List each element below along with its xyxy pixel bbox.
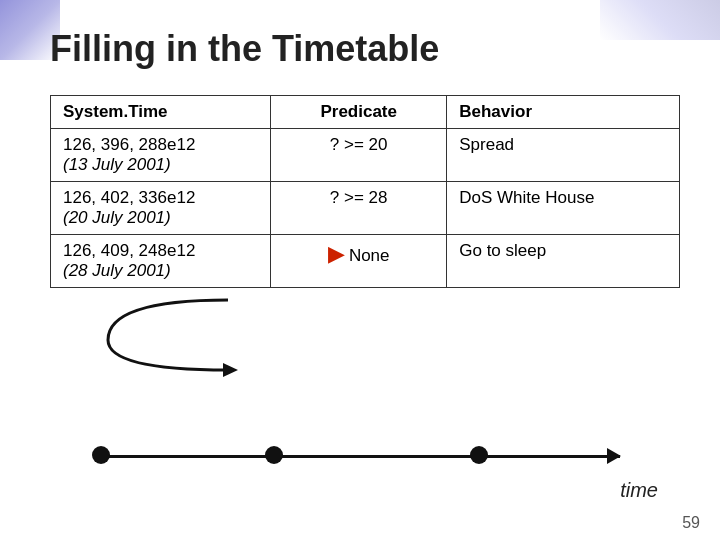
cell-system-3: 126, 409, 248e12 (28 July 2001) <box>51 235 271 288</box>
timeline-dot-3 <box>470 446 488 464</box>
time-label: time <box>620 479 658 502</box>
red-arrow-icon: ▶ <box>328 241 345 267</box>
cell-behavior-2: DoS White House <box>447 182 680 235</box>
page-number: 59 <box>682 514 700 532</box>
cell-predicate-3: ▶None <box>271 235 447 288</box>
corner-decoration-tr <box>600 0 720 40</box>
svg-marker-0 <box>223 363 238 377</box>
header-behavior: Behavior <box>447 96 680 129</box>
curve-arrow <box>68 295 288 380</box>
table-header-row: System.Time Predicate Behavior <box>51 96 680 129</box>
table-row: 126, 409, 248e12 (28 July 2001) ▶None Go… <box>51 235 680 288</box>
cell-predicate-1: ? >= 20 <box>271 129 447 182</box>
table-row: 126, 396, 288e12 (13 July 2001) ? >= 20 … <box>51 129 680 182</box>
cell-system-2: 126, 402, 336e12 (20 July 2001) <box>51 182 271 235</box>
header-predicate: Predicate <box>271 96 447 129</box>
cell-system-1: 126, 396, 288e12 (13 July 2001) <box>51 129 271 182</box>
timeline <box>80 425 660 485</box>
cell-behavior-3: Go to sleep <box>447 235 680 288</box>
timetable: System.Time Predicate Behavior 126, 396,… <box>50 95 680 288</box>
page-title: Filling in the Timetable <box>50 28 439 70</box>
timeline-dot-2 <box>265 446 283 464</box>
timeline-dot-1 <box>92 446 110 464</box>
header-system-time: System.Time <box>51 96 271 129</box>
table-row: 126, 402, 336e12 (20 July 2001) ? >= 28 … <box>51 182 680 235</box>
cell-predicate-2: ? >= 28 <box>271 182 447 235</box>
timeline-line <box>100 455 620 458</box>
timetable-container: System.Time Predicate Behavior 126, 396,… <box>50 95 680 288</box>
cell-behavior-1: Spread <box>447 129 680 182</box>
